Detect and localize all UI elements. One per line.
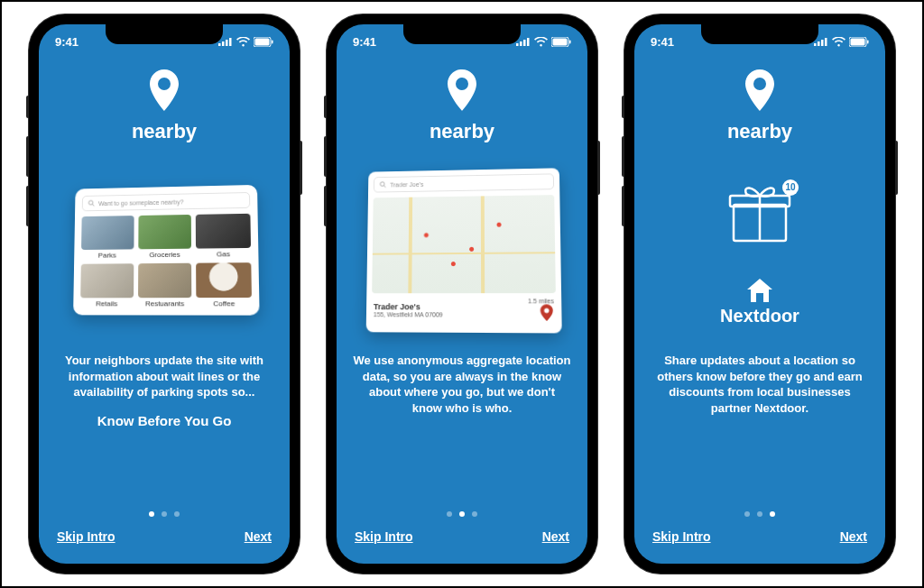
app-brand-name: nearby: [634, 120, 885, 143]
category-tile: Coffee: [196, 262, 252, 308]
skip-intro-button[interactable]: Skip Intro: [355, 529, 413, 544]
result-address: 155, Westfield MA 07009: [373, 311, 442, 317]
wifi-icon: [534, 37, 548, 47]
page-indicator: [634, 502, 885, 517]
search-input-mock: Want to go someplace nearby?: [81, 191, 250, 210]
svg-rect-32: [756, 293, 763, 302]
svg-rect-0: [218, 43, 221, 46]
status-time: 9:41: [353, 35, 376, 49]
svg-rect-21: [814, 43, 817, 46]
category-tile: Gas: [196, 213, 251, 258]
rewards-count-badge: 10: [782, 179, 799, 196]
category-tile: Groceries: [137, 214, 190, 258]
partner-logo: Nextdoor: [720, 277, 799, 326]
svg-rect-24: [825, 38, 827, 46]
svg-rect-26: [851, 38, 865, 45]
search-placeholder: Trader Joe's: [390, 180, 423, 187]
result-row: Trader Joe's 155, Westfield MA 07009 1.5…: [371, 293, 556, 327]
svg-rect-5: [255, 38, 270, 45]
app-brand-name: nearby: [39, 120, 290, 143]
svg-point-18: [380, 181, 384, 186]
onboarding-screen-2: 9:41 nearby Trader Joe's: [337, 24, 587, 564]
svg-rect-27: [867, 40, 869, 43]
page-indicator: [337, 502, 587, 517]
onboarding-description: We use anonymous aggregate location data…: [337, 353, 587, 416]
app-logo-icon: [742, 69, 778, 118]
phone-mockup: 9:41 nearby Trader Joe's: [327, 14, 597, 574]
status-time: 9:41: [55, 35, 79, 49]
wifi-icon: [236, 37, 250, 47]
svg-point-17: [457, 79, 467, 88]
battery-icon: [849, 37, 869, 47]
svg-point-7: [160, 79, 169, 88]
app-brand-name: nearby: [337, 120, 587, 143]
result-name: Trader Joe's: [373, 302, 442, 311]
search-icon: [88, 199, 95, 207]
categories-card: Want to go someplace nearby? Parks Groce…: [73, 184, 260, 315]
search-placeholder: Want to go someplace nearby?: [98, 198, 183, 206]
svg-point-28: [755, 79, 764, 88]
result-distance: 1.5 miles: [528, 298, 554, 304]
app-logo-icon: [146, 69, 182, 118]
skip-intro-button[interactable]: Skip Intro: [652, 529, 711, 544]
next-button[interactable]: Next: [245, 529, 272, 544]
svg-point-8: [88, 200, 93, 205]
house-icon: [744, 277, 775, 304]
wifi-icon: [832, 37, 845, 47]
svg-rect-12: [523, 40, 526, 46]
search-input-mock: Trader Joe's: [373, 173, 553, 192]
map-image: [372, 195, 556, 293]
rewards-gift-icon: 10: [728, 183, 791, 248]
onboarding-description: Your neighbors update the site with info…: [39, 353, 290, 400]
map-pin-icon: [539, 304, 554, 321]
svg-rect-15: [553, 38, 568, 45]
onboarding-screen-1: 9:41 nearby Want to go someplace near: [39, 24, 290, 564]
battery-icon: [551, 37, 571, 47]
svg-rect-16: [569, 40, 571, 43]
category-tile: Parks: [80, 216, 133, 260]
svg-rect-3: [229, 38, 232, 46]
search-icon: [379, 180, 386, 188]
status-time: 9:41: [651, 35, 674, 49]
app-logo-icon: [444, 69, 480, 118]
category-tile: Retails: [80, 263, 134, 308]
gift-icon: [728, 183, 791, 244]
svg-rect-10: [516, 43, 519, 46]
map-result-card: Trader Joe's Trader Joe's 155, Westfield…: [365, 168, 561, 333]
svg-rect-13: [527, 38, 530, 46]
svg-rect-6: [272, 40, 273, 43]
onboarding-description: Share updates about a location so others…: [634, 353, 885, 416]
phone-mockup: 9:41 nearby Want to go someplace near: [29, 14, 300, 574]
svg-rect-11: [520, 41, 522, 46]
next-button[interactable]: Next: [542, 529, 569, 544]
onboarding-tagline: Know Before You Go: [39, 413, 290, 428]
skip-intro-button[interactable]: Skip Intro: [57, 529, 116, 544]
partner-name: Nextdoor: [720, 306, 799, 326]
svg-rect-23: [821, 40, 824, 46]
svg-rect-1: [222, 41, 225, 46]
category-tile: Restuarants: [137, 262, 191, 308]
page-indicator: [39, 502, 290, 517]
svg-rect-22: [818, 41, 820, 46]
onboarding-screen-3: 9:41 nearby: [634, 24, 885, 564]
battery-icon: [254, 37, 273, 47]
next-button[interactable]: Next: [840, 529, 867, 544]
phone-mockup: 9:41 nearby: [624, 14, 895, 574]
svg-rect-2: [226, 40, 228, 46]
